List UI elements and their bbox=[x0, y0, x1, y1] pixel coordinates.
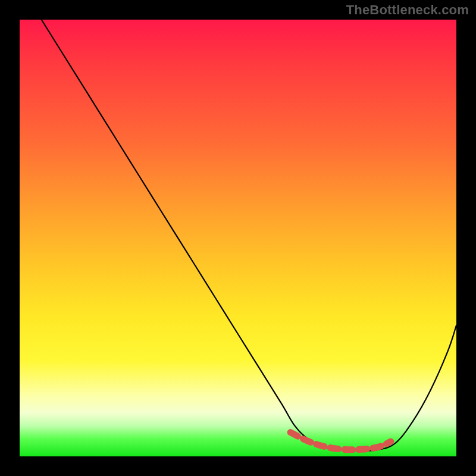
chart-frame: TheBottleneck.com bbox=[0, 0, 476, 476]
watermark-text: TheBottleneck.com bbox=[346, 2, 469, 18]
curve-svg bbox=[20, 20, 456, 456]
bottleneck-curve-path bbox=[42, 20, 456, 451]
plot-area bbox=[20, 20, 456, 456]
emphasis-curve-path bbox=[290, 433, 391, 450]
